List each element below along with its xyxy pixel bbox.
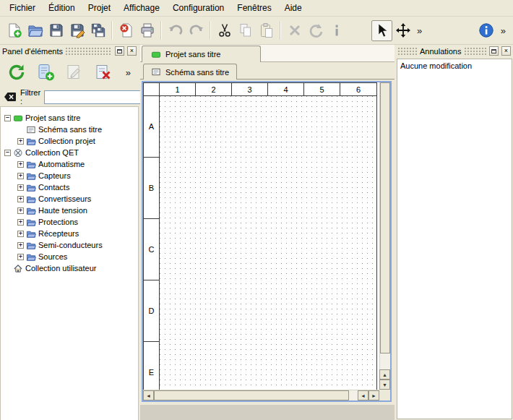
- save-button[interactable]: [46, 20, 66, 41]
- schema-viewport[interactable]: 1 2 3 4 5 6 A B C D E: [143, 82, 379, 390]
- tree-item-convertisseurs[interactable]: Convertisseurs: [1, 193, 138, 205]
- rotate-button[interactable]: [305, 20, 326, 41]
- expand-expander-icon[interactable]: [17, 184, 24, 191]
- select-mode-button[interactable]: [371, 20, 392, 41]
- vertical-scrollbar[interactable]: [379, 82, 390, 390]
- save-all-button[interactable]: [87, 20, 108, 41]
- tree-item-collection-projet[interactable]: Collection projet: [1, 135, 138, 147]
- elements-panel-dock: Panel d'éléments × » Filtrer : Projet sa…: [0, 45, 139, 420]
- float-dock-button[interactable]: [115, 46, 124, 56]
- folder-icon: [26, 229, 36, 239]
- toolbar-overflow-chevron[interactable]: »: [413, 25, 426, 36]
- tree-item-schema[interactable]: Schéma sans titre: [1, 124, 138, 135]
- tree-item-semi-conducteurs[interactable]: Semi-conducteurs: [1, 239, 138, 251]
- float-dock-button[interactable]: [489, 46, 499, 56]
- edit-element-button[interactable]: [62, 60, 87, 85]
- close-dock-button[interactable]: ×: [127, 46, 137, 56]
- tree-item-automatisme[interactable]: Automatisme: [1, 158, 138, 170]
- copy-button[interactable]: [235, 20, 256, 41]
- tree-item-haute-tension[interactable]: Haute tension: [1, 205, 138, 216]
- project-tab[interactable]: Projet sans titre: [142, 46, 261, 62]
- cursor-arrow-icon: [374, 22, 390, 38]
- print-button[interactable]: [137, 20, 158, 41]
- dock-handle[interactable]: [66, 48, 112, 55]
- elements-panel-titlebar[interactable]: Panel d'éléments ×: [0, 45, 139, 57]
- menu-affichage[interactable]: Affichage: [117, 1, 166, 15]
- expand-expander-icon[interactable]: [17, 207, 24, 214]
- ruler-corner: [144, 83, 160, 96]
- edit-element-icon: [65, 63, 84, 82]
- scroll-left-button-2[interactable]: [358, 390, 368, 400]
- toolbar-extension-chevron[interactable]: »: [497, 25, 509, 36]
- menu-edition[interactable]: Édition: [42, 1, 82, 15]
- scroll-left-button[interactable]: [143, 390, 154, 400]
- save-as-button[interactable]: [66, 20, 87, 41]
- toolbar-separator: [280, 21, 281, 40]
- menu-fichier[interactable]: Fichier: [3, 1, 42, 15]
- tree-item-capteurs[interactable]: Capteurs: [1, 170, 138, 181]
- tree-item-collection-qet[interactable]: Collection QET: [1, 147, 138, 158]
- schema-view[interactable]: 1 2 3 4 5 6 A B C D E: [142, 81, 392, 402]
- close-document-button[interactable]: [116, 20, 137, 41]
- collapse-expander-icon[interactable]: [4, 150, 11, 156]
- expand-expander-icon[interactable]: [17, 254, 24, 260]
- undo-button[interactable]: [165, 20, 186, 41]
- undo-dock-titlebar[interactable]: Annulations ×: [396, 45, 513, 57]
- pan-mode-button[interactable]: [392, 20, 413, 41]
- new-element-icon: [36, 63, 55, 82]
- about-button[interactable]: [476, 20, 497, 41]
- clear-filter-button[interactable]: [4, 92, 17, 103]
- mdi-background: [140, 405, 395, 420]
- toolbar-separator: [160, 21, 162, 40]
- scroll-up-button[interactable]: [379, 369, 390, 380]
- schema-tab[interactable]: Schéma sans titre: [143, 64, 237, 80]
- new-element-button[interactable]: [33, 60, 58, 85]
- expand-expander-icon[interactable]: [17, 138, 24, 145]
- cut-button[interactable]: [214, 20, 235, 41]
- tree-item-contacts[interactable]: Contacts: [1, 181, 138, 193]
- dock-handle[interactable]: [465, 48, 487, 55]
- tree-item-recepteurs[interactable]: Récepteurs: [1, 228, 138, 239]
- collapse-expander-icon[interactable]: [4, 115, 11, 121]
- menu-projet[interactable]: Projet: [82, 1, 117, 15]
- delete-button[interactable]: [284, 20, 305, 41]
- close-dock-button[interactable]: ×: [501, 46, 511, 56]
- schema-grid-canvas[interactable]: [160, 96, 377, 390]
- information-icon: [329, 22, 345, 38]
- project-icon: [151, 50, 161, 59]
- expand-expander-icon[interactable]: [17, 173, 24, 179]
- redo-button[interactable]: [186, 20, 207, 41]
- tree-item-project[interactable]: Projet sans titre: [1, 112, 138, 124]
- expand-expander-icon[interactable]: [17, 161, 24, 168]
- horizontal-scrollbar-thumb[interactable]: [154, 390, 349, 400]
- filter-input[interactable]: [44, 90, 152, 104]
- menu-fenetres[interactable]: Fenêtres: [230, 1, 277, 15]
- tree-item-sources[interactable]: Sources: [1, 251, 138, 262]
- vertical-scrollbar-thumb[interactable]: [380, 82, 390, 353]
- folder-icon: [26, 218, 36, 227]
- filter-row: Filtrer :: [0, 87, 139, 106]
- new-document-button[interactable]: [4, 20, 25, 41]
- folder-icon: [26, 252, 36, 262]
- scroll-right-button[interactable]: [368, 390, 379, 400]
- expand-expander-icon[interactable]: [17, 219, 24, 226]
- row-label: E: [144, 342, 160, 390]
- menu-aide[interactable]: Aide: [278, 1, 309, 15]
- reload-collections-button[interactable]: [4, 60, 29, 85]
- paste-button[interactable]: [256, 20, 277, 41]
- undo-history-list[interactable]: Aucune modification: [397, 59, 512, 419]
- elements-toolbar-overflow-chevron[interactable]: »: [122, 67, 134, 78]
- tree-item-protections[interactable]: Protections: [1, 216, 138, 228]
- information-button[interactable]: [326, 20, 347, 41]
- scroll-down-button[interactable]: [379, 380, 390, 390]
- tree-item-collection-utilisateur[interactable]: Collection utilisateur: [1, 262, 138, 274]
- open-project-button[interactable]: [25, 20, 46, 41]
- horizontal-scrollbar[interactable]: [143, 390, 379, 400]
- expand-expander-icon[interactable]: [17, 231, 24, 237]
- save-icon: [48, 22, 64, 38]
- dock-handle[interactable]: [398, 48, 417, 55]
- expand-expander-icon[interactable]: [17, 242, 24, 249]
- menu-configuration[interactable]: Configuration: [166, 1, 230, 15]
- expand-expander-icon[interactable]: [17, 196, 24, 202]
- delete-element-button[interactable]: [91, 60, 116, 85]
